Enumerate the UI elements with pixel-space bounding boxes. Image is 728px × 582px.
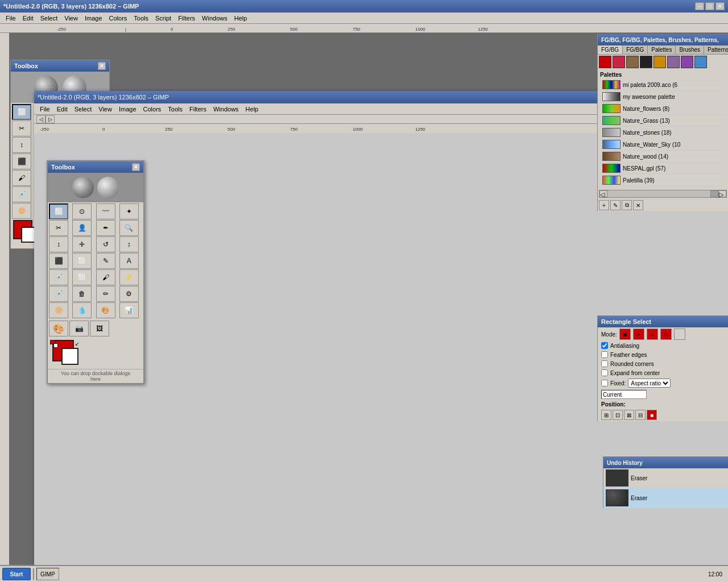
menu-file[interactable]: File <box>2 14 19 23</box>
fg-menu-file[interactable]: File <box>36 105 53 114</box>
swatch-2[interactable] <box>613 56 625 68</box>
palette-item-nw[interactable]: Nature_Water_Sky (10 <box>600 139 726 151</box>
undo-item-1[interactable]: Eraser <box>603 468 728 488</box>
menu-windows[interactable]: Windows <box>198 14 231 23</box>
menu-filters[interactable]: Filters <box>175 14 198 23</box>
fg-menu-image[interactable]: Image <box>115 105 140 114</box>
fg-menu-filters[interactable]: Filters <box>186 105 210 114</box>
swatch-7[interactable] <box>681 56 693 68</box>
fg-opt-btn-1[interactable]: ◁ <box>36 115 46 123</box>
tab-brushes[interactable]: Brushes <box>676 45 704 54</box>
fg-swap-icon[interactable]: ↙ <box>75 341 80 347</box>
toolbox-bg-close[interactable]: ✕ <box>98 62 106 70</box>
palette-new-btn[interactable]: + <box>599 200 609 210</box>
palette-item-ng[interactable]: Nature_Grass (13) <box>600 115 726 127</box>
swatch-3[interactable] <box>626 56 639 68</box>
menu-image[interactable]: Image <box>81 14 106 23</box>
fg-tool-ink2[interactable]: ✏ <box>96 286 115 302</box>
tool-eyedrop[interactable]: 💉 <box>12 186 31 202</box>
fg-tool-text2[interactable]: A <box>119 253 139 269</box>
palette-item-ns[interactable]: Nature_stones (18) <box>600 127 726 139</box>
fg-menu-colors[interactable]: Colors <box>140 105 165 114</box>
fg-tool-extra-2[interactable]: 📷 <box>69 321 89 336</box>
fg-tool-bright2[interactable]: 🔆 <box>49 302 68 318</box>
fg-tool-paths2[interactable]: ✒ <box>96 220 115 236</box>
fg-tool-erase2[interactable]: ⚡ <box>119 269 139 285</box>
tab-palettes[interactable]: Palettes <box>648 45 676 54</box>
taskbar-item-gimp[interactable]: GIMP <box>36 568 59 580</box>
pos-btn-2[interactable]: ⊡ <box>613 410 623 420</box>
palette-item-my[interactable]: my awesome palette <box>600 91 726 103</box>
tab-fgbg-2[interactable]: FG/BG <box>623 45 648 54</box>
fg-tool-clone2[interactable]: 💉 <box>49 269 68 285</box>
mode-btn-5[interactable] <box>674 329 685 340</box>
menu-select[interactable]: Select <box>37 14 61 23</box>
minimize-button[interactable]: – <box>695 2 704 10</box>
fixed-select[interactable]: Aspect ratio Width Height <box>628 379 671 388</box>
swatch-6[interactable] <box>667 56 680 68</box>
fg-tool-rect[interactable]: ⬜ <box>49 203 68 219</box>
tool-brightness[interactable]: 🔆 <box>12 203 31 219</box>
fg-tool-smudge2[interactable]: ⚙ <box>119 286 139 302</box>
tool-paint[interactable]: 🖌 <box>12 170 31 186</box>
mode-add[interactable]: + <box>633 329 644 340</box>
expand-checkbox[interactable] <box>601 369 608 376</box>
maximize-button[interactable]: □ <box>705 2 714 10</box>
scroll-right-btn[interactable]: ▷ <box>718 190 726 197</box>
palette-scrollbar[interactable]: ◁ ▷ <box>599 190 727 198</box>
fg-tool-scissors2[interactable]: ✂ <box>49 220 68 236</box>
menu-colors[interactable]: Colors <box>106 14 131 23</box>
swatch-8[interactable] <box>694 56 707 68</box>
antialiasing-checkbox[interactable] <box>601 342 608 349</box>
fg-opt-btn-2[interactable]: ▷ <box>46 115 55 123</box>
swatch-4[interactable] <box>640 56 652 68</box>
pos-btn-1[interactable]: ⊞ <box>601 410 611 420</box>
palette-item-mi[interactable]: mi paleta 2009.aco (6 <box>600 79 726 91</box>
fg-menu-windows[interactable]: Windows <box>210 105 242 114</box>
fg-menu-view[interactable]: View <box>95 105 115 114</box>
swatch-5[interactable] <box>653 56 666 68</box>
menu-edit[interactable]: Edit <box>19 14 37 23</box>
fg-tool-flip2[interactable]: ✎ <box>96 253 115 269</box>
fg-tool-lasso[interactable]: 〰 <box>96 203 115 219</box>
menu-tools[interactable]: Tools <box>130 14 152 23</box>
tool-crop[interactable]: ⬛ <box>12 153 31 169</box>
menu-script[interactable]: Script <box>152 14 175 23</box>
palette-dup-btn[interactable]: ⧉ <box>622 200 632 210</box>
mode-replace[interactable]: ■ <box>619 329 631 340</box>
fixed-checkbox[interactable] <box>601 380 608 386</box>
start-button[interactable]: Start <box>2 568 31 580</box>
fg-tool-dodge2[interactable]: 🗑 <box>72 286 92 302</box>
pos-btn-5[interactable]: ■ <box>647 410 657 420</box>
fg-tool-blend2[interactable]: 💧 <box>72 302 92 318</box>
fg-tool-heal[interactable]: ⬜ <box>72 269 92 285</box>
menu-view[interactable]: View <box>61 14 81 23</box>
tool-flip[interactable]: ↕ <box>12 137 31 153</box>
fg-tool-ellipse[interactable]: ⊙ <box>72 203 92 219</box>
fg-tool-rotate2[interactable]: ↺ <box>96 236 115 252</box>
fg-tool-perspective[interactable]: ⬜ <box>72 253 92 269</box>
palette-item-ne[interactable]: NESPAL.gpl (57) <box>600 163 726 174</box>
fg-bg-color[interactable] <box>61 348 78 365</box>
fg-tool-align2[interactable]: ↕ <box>49 236 68 252</box>
tool-scissors[interactable]: ✂ <box>12 120 31 136</box>
palette-item-nf[interactable]: Nature_flowers (8) <box>600 103 726 115</box>
palette-edit-btn[interactable]: ✎ <box>610 200 621 210</box>
menu-help[interactable]: Help <box>231 14 251 23</box>
feather-checkbox[interactable] <box>601 351 608 358</box>
fg-tool-color-picker[interactable]: 📊 <box>119 302 139 318</box>
fg-tool-zoom2[interactable]: 🔍 <box>119 220 139 236</box>
pos-btn-3[interactable]: ⊠ <box>624 410 634 420</box>
tab-patterns[interactable]: Patterns, <box>704 45 728 54</box>
undo-item-2[interactable]: Eraser <box>603 488 728 508</box>
mode-subtract[interactable]: – <box>647 329 658 340</box>
swatch-1[interactable] <box>599 56 611 68</box>
fg-menu-edit[interactable]: Edit <box>53 105 71 114</box>
palette-item-nwo[interactable]: Nature_wood (14) <box>600 151 726 163</box>
toolbox-fg-close[interactable]: ✕ <box>132 163 140 171</box>
mode-intersect[interactable]: ∩ <box>660 329 672 340</box>
close-button[interactable]: ✕ <box>715 2 725 10</box>
fg-tool-move2[interactable]: ✛ <box>72 236 92 252</box>
fg-tool-measure2[interactable]: 🎨 <box>96 302 115 318</box>
fg-tool-crop2[interactable]: ⬛ <box>49 253 68 269</box>
